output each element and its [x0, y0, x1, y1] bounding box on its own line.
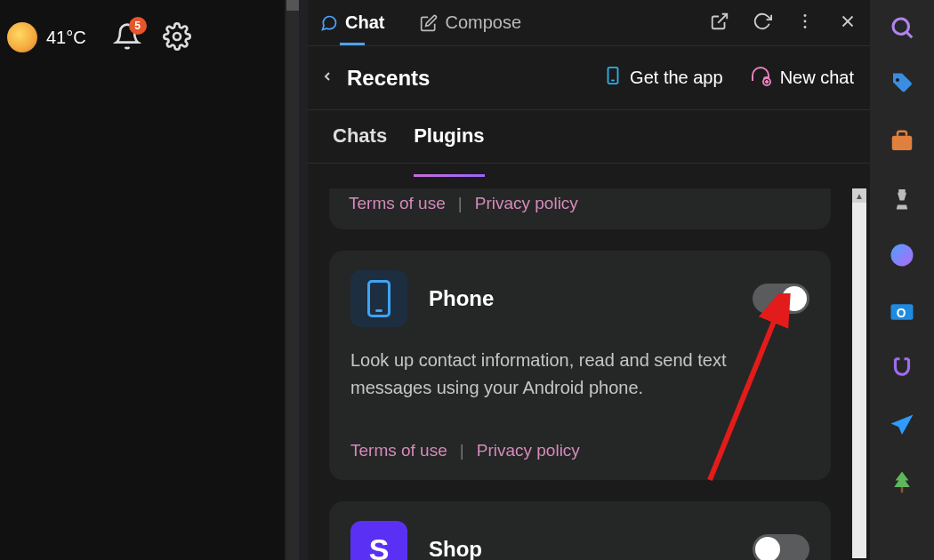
- svg-rect-15: [901, 487, 904, 492]
- taskbar: 41°C 5: [0, 0, 285, 560]
- svg-line-9: [906, 32, 912, 37]
- scrollbar-thumb[interactable]: [286, 0, 299, 11]
- close-button[interactable]: [838, 12, 858, 35]
- plugin-list[interactable]: Terms of use | Privacy policy Phone Look…: [308, 188, 852, 560]
- get-app-label: Get the app: [630, 68, 723, 88]
- outlook-icon[interactable]: O: [889, 299, 915, 325]
- svg-rect-11: [892, 136, 913, 150]
- link-separator: |: [458, 194, 463, 213]
- sun-haze-icon: [7, 22, 37, 52]
- svg-point-12: [891, 244, 914, 267]
- weather-temperature: 41°C: [46, 28, 86, 48]
- plugin-title: Shop: [429, 537, 731, 560]
- search-icon[interactable]: [889, 14, 915, 41]
- send-icon[interactable]: [889, 412, 915, 439]
- plugin-list-scrollbar[interactable]: ▲: [852, 188, 866, 558]
- refresh-button[interactable]: [753, 12, 772, 35]
- tab-compose[interactable]: Compose: [420, 12, 521, 33]
- tree-icon[interactable]: [889, 469, 915, 496]
- recents-title: Recents: [347, 66, 430, 91]
- tab-chats[interactable]: Chats: [333, 124, 387, 163]
- tab-chat-label: Chat: [345, 12, 384, 33]
- more-button[interactable]: [795, 12, 815, 35]
- terms-link[interactable]: Terms of use: [349, 194, 446, 213]
- privacy-link[interactable]: Privacy policy: [475, 194, 578, 213]
- plugin-card-phone: Phone Look up contact information, read …: [329, 251, 831, 480]
- sidebar-rail: O: [870, 0, 934, 560]
- tab-compose-label: Compose: [445, 12, 521, 33]
- plugin-phone-toggle[interactable]: [753, 284, 809, 314]
- headset-plus-icon: [750, 65, 771, 91]
- svg-point-2: [804, 20, 807, 22]
- notifications-button[interactable]: 5: [113, 22, 141, 54]
- chess-icon[interactable]: [889, 185, 915, 212]
- svg-point-1: [804, 14, 807, 17]
- plugin-description: Look up contact information, read and se…: [350, 347, 809, 402]
- back-button[interactable]: [315, 69, 340, 87]
- recents-tabs: Chats Plugins: [308, 110, 870, 164]
- scroll-up-button[interactable]: ▲: [852, 188, 866, 203]
- top-toolbar: Chat Compose: [308, 0, 870, 46]
- svg-point-8: [893, 19, 909, 35]
- svg-text:O: O: [897, 307, 906, 320]
- get-app-button[interactable]: Get the app: [603, 66, 723, 90]
- popout-button[interactable]: [710, 12, 729, 35]
- weather-widget[interactable]: 41°C: [7, 22, 86, 52]
- settings-button[interactable]: [163, 22, 191, 54]
- magnet-icon[interactable]: [889, 356, 915, 382]
- privacy-link[interactable]: Privacy policy: [477, 441, 580, 460]
- shop-icon: S: [350, 521, 407, 560]
- new-chat-button[interactable]: New chat: [750, 65, 854, 91]
- copilot-icon[interactable]: [889, 242, 915, 268]
- copilot-panel: Chat Compose Recents Get the app New cha…: [308, 0, 870, 560]
- prior-card-footer: Terms of use | Privacy policy: [329, 188, 831, 229]
- plugin-card-shop: S Shop: [329, 501, 831, 560]
- tab-plugins[interactable]: Plugins: [414, 124, 484, 163]
- plugin-shop-toggle[interactable]: [753, 534, 809, 560]
- briefcase-icon[interactable]: [889, 128, 915, 155]
- phone-icon: [350, 270, 407, 327]
- phone-app-icon: [603, 66, 623, 90]
- plugin-title: Phone: [429, 286, 731, 311]
- tag-icon[interactable]: [889, 71, 915, 98]
- terms-link[interactable]: Terms of use: [350, 441, 447, 460]
- notifications-count-badge: 5: [129, 17, 147, 35]
- svg-point-10: [896, 78, 899, 82]
- svg-point-0: [173, 33, 181, 40]
- link-separator: |: [460, 441, 464, 460]
- tab-chat[interactable]: Chat: [320, 12, 384, 33]
- sidebar-scrollbar[interactable]: [286, 0, 299, 560]
- svg-point-3: [804, 25, 807, 28]
- recents-header: Recents Get the app New chat: [308, 46, 870, 110]
- new-chat-label: New chat: [780, 68, 854, 88]
